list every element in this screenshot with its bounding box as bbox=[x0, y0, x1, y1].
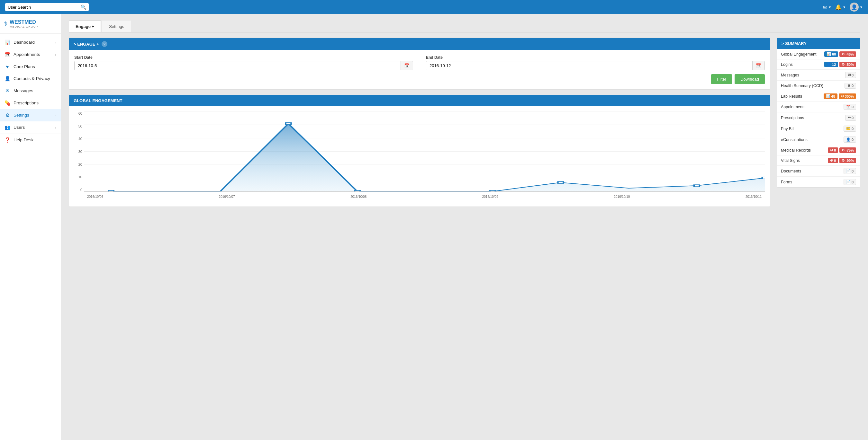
engage-title: > ENGAGE + bbox=[73, 42, 99, 46]
bell-button[interactable]: 🔔 ▼ bbox=[835, 4, 846, 10]
person-icon: 👤 bbox=[846, 137, 850, 142]
summary-badges: 🖥0 bbox=[844, 83, 856, 89]
settings-icon: ⚙ bbox=[4, 112, 10, 118]
badge-count: ⊘0 bbox=[828, 147, 838, 153]
badge-count: 👤12 bbox=[824, 62, 838, 67]
engage-header: > ENGAGE + ? bbox=[69, 38, 770, 50]
x-label-3: 2016/10/08 bbox=[350, 195, 367, 199]
chart-inner bbox=[84, 111, 765, 192]
chart-fill-polygon bbox=[84, 124, 765, 192]
start-date-input[interactable] bbox=[74, 61, 401, 70]
sidebar-item-dashboard[interactable]: 📊 Dashboard › bbox=[0, 36, 61, 48]
summary-badges: 💳0 bbox=[843, 126, 856, 132]
mail-chevron: ▼ bbox=[828, 5, 831, 9]
summary-row-documents: Documents 📄0 bbox=[777, 166, 860, 177]
bell-icon: 🔔 bbox=[835, 4, 842, 10]
summary-badges: ⊘0 ⊘-99% bbox=[828, 158, 856, 163]
sidebar-item-label: Dashboard bbox=[13, 40, 35, 45]
summary-label: Health Summary (CCD) bbox=[781, 83, 823, 88]
circle-icon: ⊘ bbox=[842, 148, 844, 152]
start-date-wrapper: 📅 bbox=[74, 61, 413, 70]
circle-icon: ⊙ bbox=[841, 94, 844, 98]
badge-percent: ⊘-75% bbox=[839, 147, 856, 153]
chart-dot-6 bbox=[694, 185, 700, 187]
sidebar-item-users[interactable]: 👥 Users › bbox=[0, 122, 61, 134]
end-date-wrapper: 📅 bbox=[426, 61, 765, 70]
summary-row-logins: Logins 👤12 ⊘-50% bbox=[777, 59, 860, 70]
x-axis: 2016/10/06 2016/10/07 2016/10/08 2016/10… bbox=[84, 192, 765, 201]
sidebar-item-help-desk[interactable]: ❓ Help Desk bbox=[0, 134, 61, 146]
sidebar-item-messages[interactable]: ✉ Messages bbox=[0, 85, 61, 97]
search-input[interactable] bbox=[8, 5, 81, 10]
end-date-calendar-button[interactable]: 📅 bbox=[752, 61, 765, 70]
sidebar-item-label: Prescriptions bbox=[13, 101, 38, 105]
chart-area: 60 50 40 30 20 10 0 bbox=[69, 106, 770, 206]
chart-title: GLOBAL ENGAGEMENT bbox=[73, 98, 122, 103]
summary-label: Vital Signs bbox=[781, 158, 800, 163]
mail-icon: ✉ bbox=[823, 4, 827, 10]
bell-chevron: ▼ bbox=[843, 5, 846, 9]
badge-count: ⊘0 bbox=[828, 158, 838, 163]
filter-button[interactable]: Filter bbox=[711, 74, 732, 84]
search-container: 🔍 bbox=[5, 3, 89, 11]
chevron-right-icon: › bbox=[55, 40, 56, 44]
logo-subtitle: MEDICAL GROUP bbox=[10, 25, 38, 28]
sidebar-item-contacts-privacy[interactable]: 👤 Contacts & Privacy bbox=[0, 73, 61, 85]
mail-icon: ✉ bbox=[848, 73, 850, 77]
sidebar-item-label: Users bbox=[13, 125, 25, 130]
sidebar-item-appointments[interactable]: 📅 Appointments › bbox=[0, 48, 61, 61]
summary-row-medical-records: Medical Records ⊘0 ⊘-75% bbox=[777, 145, 860, 156]
chart-header: GLOBAL ENGAGEMENT bbox=[69, 95, 770, 106]
user-avatar-button[interactable]: 👤 ▼ bbox=[850, 3, 863, 11]
summary-list: Global Engagement 📊60 ⊘-46% Logins 👤12 bbox=[777, 49, 860, 187]
start-date-group: Start Date 📅 bbox=[74, 55, 413, 70]
engage-card: > ENGAGE + ? Start Date 📅 bbox=[69, 38, 770, 90]
action-buttons: Filter Download bbox=[74, 74, 765, 84]
main-panel: > ENGAGE + ? Start Date 📅 bbox=[69, 38, 770, 212]
badge-percent: ⊘-99% bbox=[839, 158, 856, 163]
circle-icon: ⊘ bbox=[842, 62, 844, 66]
sidebar: ⚕ WESTMED MEDICAL GROUP 📊 Dashboard › bbox=[0, 14, 61, 440]
circle-icon: ⊘ bbox=[842, 158, 844, 163]
sidebar-item-prescriptions[interactable]: 💊 Prescriptions bbox=[0, 97, 61, 109]
sidebar-item-care-plans[interactable]: ♥ Care Plans bbox=[0, 61, 61, 73]
tab-engage[interactable]: Engage + bbox=[69, 21, 101, 32]
summary-label: eConsultations bbox=[781, 137, 808, 142]
tab-settings[interactable]: Settings bbox=[102, 21, 131, 32]
end-date-label: End Date bbox=[426, 55, 765, 60]
chart-container: 60 50 40 30 20 10 0 bbox=[74, 111, 765, 201]
chart-dot-5 bbox=[558, 181, 563, 183]
engage-body: Start Date 📅 End Date 📅 bbox=[69, 50, 770, 89]
start-date-label: Start Date bbox=[74, 55, 413, 60]
summary-badges: ⊘0 ⊘-75% bbox=[828, 147, 856, 153]
content-grid: > ENGAGE + ? Start Date 📅 bbox=[69, 38, 860, 212]
chart-dot-7 bbox=[762, 177, 765, 179]
summary-badges: 📄0 bbox=[843, 179, 856, 185]
prescriptions-icon: 💊 bbox=[4, 100, 10, 106]
circle-icon: ⊘ bbox=[830, 158, 833, 163]
chart-card: GLOBAL ENGAGEMENT 60 50 40 30 20 10 bbox=[69, 95, 770, 207]
summary-row-pay-bill: Pay Bill 💳0 bbox=[777, 123, 860, 134]
mail-button[interactable]: ✉ ▼ bbox=[823, 4, 831, 10]
badge-percent: ⊘-46% bbox=[839, 52, 856, 57]
start-date-calendar-button[interactable]: 📅 bbox=[401, 61, 413, 70]
download-button[interactable]: Download bbox=[735, 74, 765, 84]
y-label-10: 10 bbox=[79, 175, 82, 179]
chart-dot-1 bbox=[108, 191, 114, 192]
summary-row-messages: Messages ✉0 bbox=[777, 70, 860, 80]
avatar-chevron: ▼ bbox=[860, 5, 863, 9]
summary-card: > SUMMARY Global Engagement 📊60 ⊘-46% bbox=[777, 38, 860, 188]
sidebar-item-settings[interactable]: ⚙ Settings › bbox=[0, 109, 61, 122]
summary-badges: ✉0 bbox=[845, 72, 856, 78]
badge-count: 📊48 bbox=[824, 94, 837, 99]
help-circle-icon[interactable]: ? bbox=[101, 41, 107, 47]
bar-chart-icon: 📊 bbox=[826, 94, 830, 98]
y-label-40: 40 bbox=[79, 137, 82, 141]
badge-count: 💳0 bbox=[843, 126, 856, 132]
summary-label: Global Engagement bbox=[781, 52, 816, 57]
search-icon[interactable]: 🔍 bbox=[81, 4, 86, 10]
end-date-input[interactable] bbox=[426, 61, 752, 70]
summary-row-health-summary: Health Summary (CCD) 🖥0 bbox=[777, 80, 860, 91]
sidebar-item-label: Care Plans bbox=[13, 64, 35, 69]
sidebar-item-label: Settings bbox=[13, 113, 29, 117]
